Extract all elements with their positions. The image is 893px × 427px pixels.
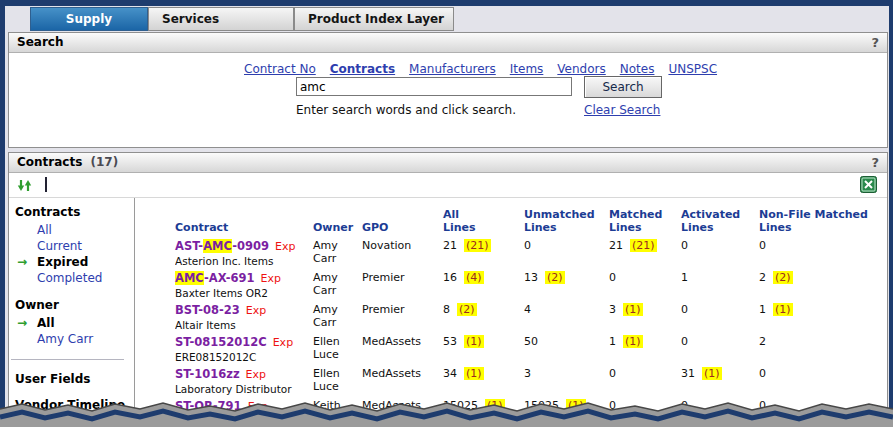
line-count: 50: [524, 335, 538, 348]
activated-lines-cell: 1: [681, 271, 755, 284]
contracts-count: (17): [91, 155, 119, 169]
contract-link[interactable]: AMC-AX-691: [175, 271, 254, 285]
contract-description: Baxter Items OR2: [175, 287, 315, 299]
gpo-cell: Premier: [362, 271, 440, 284]
owner-cell: Amy Carr: [313, 303, 359, 329]
search-button[interactable]: Search: [584, 76, 662, 98]
status-expired-badge: Exp: [260, 272, 280, 285]
contract-description: Laboratory Distributor: [175, 383, 315, 395]
line-count: 53: [443, 335, 457, 348]
sidebar-item-contracts-expired[interactable]: →Expired: [37, 254, 134, 270]
matched-lines-cell: 1(1): [609, 335, 679, 348]
owner-cell: Ellen Luce: [313, 367, 359, 393]
line-count: 0: [759, 239, 766, 252]
gpo-cell: Premier: [362, 303, 440, 316]
all-lines-cell: 34(1): [443, 367, 519, 380]
tab-product-index-layer[interactable]: Product Index Layer: [294, 7, 454, 31]
contract-cell: AST-AMC-0909ExpAsterion Inc. Items: [175, 239, 315, 267]
unmatched-lines-cell: 4: [524, 303, 606, 316]
contract-description: Asterion Inc. Items: [175, 255, 315, 267]
search-link-contracts[interactable]: Contracts: [330, 62, 395, 76]
tab-supply[interactable]: Supply: [30, 7, 148, 31]
clear-search-link[interactable]: Clear Search: [584, 103, 660, 117]
contract-link[interactable]: BST-08-23: [175, 303, 240, 317]
contract-link[interactable]: AST-AMC-0909: [175, 239, 269, 253]
line-count: 13: [524, 271, 538, 284]
activated-lines-cell: 31(1): [681, 367, 755, 380]
column-header-matched-lines: Matched Lines: [609, 208, 663, 234]
sidebar-item-contracts-all[interactable]: All: [37, 222, 134, 238]
search-links: Contract NoContractsManufacturersItemsVe…: [244, 58, 731, 77]
gpo-cell: Novation: [362, 239, 440, 252]
all-lines-cell: 8(2): [443, 303, 519, 316]
table-header: ContractOwnerGPOAll LinesUnmatched Lines…: [141, 198, 887, 238]
sidebar-item-owner-all[interactable]: →All: [37, 315, 134, 331]
search-link-notes[interactable]: Notes: [620, 62, 655, 76]
unmatched-lines-cell: 0: [524, 239, 606, 252]
contracts-sidebar: ContractsAllCurrent→ExpiredCompletedOwne…: [9, 198, 135, 427]
sidebar-item-label: Current: [37, 239, 82, 253]
search-link-unspsc[interactable]: UNSPSC: [668, 62, 717, 76]
search-panel: Search ? Contract NoContractsManufacture…: [8, 32, 888, 148]
matched-lines-cell: 0: [609, 367, 679, 380]
column-header-gpo: GPO: [362, 221, 440, 234]
sidebar-item-contracts-current[interactable]: Current: [37, 238, 134, 254]
owner-cell: Amy Carr: [313, 239, 359, 265]
line-count: 1: [681, 271, 688, 284]
search-hint-text: Enter search words and click search.: [296, 103, 516, 117]
search-link-vendors[interactable]: Vendors: [557, 62, 605, 76]
search-link-items[interactable]: Items: [510, 62, 544, 76]
unmatched-lines-cell: 13(2): [524, 271, 606, 284]
torn-edge: [0, 401, 893, 427]
selected-arrow-icon: →: [17, 315, 27, 331]
activated-lines-cell: 0: [681, 239, 755, 252]
contract-cell: ST-1016zzExpLaboratory Distributor: [175, 367, 315, 395]
line-count: 0: [524, 239, 531, 252]
sidebar-item-label: Amy Carr: [37, 332, 93, 346]
activated-lines-cell: 0: [681, 303, 755, 316]
search-help-button[interactable]: ?: [871, 33, 879, 52]
nonfile-lines-cell: 0: [759, 367, 887, 380]
nonfile-lines-cell: 2: [759, 335, 887, 348]
search-input[interactable]: [296, 77, 572, 96]
contract-link[interactable]: ST-1016zz: [175, 367, 240, 381]
sidebar-item-contracts-completed[interactable]: Completed: [37, 270, 134, 286]
highlighted-match-count: (1): [773, 303, 793, 316]
owner-cell: Ellen Luce: [313, 335, 359, 361]
excel-export-icon[interactable]: [860, 176, 877, 197]
table-row: BST-08-23ExpAltair ItemsAmy CarrPremier8…: [141, 302, 887, 334]
matched-lines-cell: 0: [609, 271, 679, 284]
contracts-help-button[interactable]: ?: [871, 153, 879, 172]
gpo-cell: MedAssets: [362, 367, 440, 380]
sidebar-heading-owner: Owner: [15, 298, 134, 312]
contract-description: Altair Items: [175, 319, 315, 331]
sidebar-divider: [11, 359, 124, 360]
sidebar-item-owner-amy-carr[interactable]: Amy Carr: [37, 331, 134, 347]
line-count: 1: [759, 303, 766, 316]
contract-cell: AMC-AX-691ExpBaxter Items OR2: [175, 271, 315, 299]
contract-description: ERE08152012C: [175, 351, 315, 363]
tab-services[interactable]: Services: [148, 7, 294, 31]
unmatched-lines-cell: 3: [524, 367, 606, 380]
contract-link[interactable]: ST-08152012C: [175, 335, 267, 349]
sidebar-item-label: Expired: [37, 255, 88, 269]
unmatched-lines-cell: 50: [524, 335, 606, 348]
line-count: 31: [681, 367, 695, 380]
search-panel-header: Search ?: [9, 33, 887, 53]
highlighted-match-count: (2): [773, 271, 793, 284]
contracts-panel-title: Contracts: [17, 155, 82, 169]
sidebar-item-label: Completed: [37, 271, 102, 285]
highlighted-match-count: (1): [702, 367, 722, 380]
line-count: 4: [524, 303, 531, 316]
nonfile-lines-cell: 2(2): [759, 271, 887, 284]
tab-bar: Supply Services Product Index Layer: [30, 6, 454, 32]
search-link-manufacturers[interactable]: Manufacturers: [409, 62, 496, 76]
search-link-contract-no[interactable]: Contract No: [244, 62, 316, 76]
line-count: 21: [609, 239, 623, 252]
line-count: 2: [759, 335, 766, 348]
matched-lines-cell: 3(1): [609, 303, 679, 316]
line-count: 0: [681, 303, 688, 316]
refresh-icon[interactable]: [16, 177, 33, 198]
column-header-unmatched-lines: Unmatched Lines: [524, 208, 598, 234]
column-header-all-lines: All Lines: [443, 208, 483, 234]
